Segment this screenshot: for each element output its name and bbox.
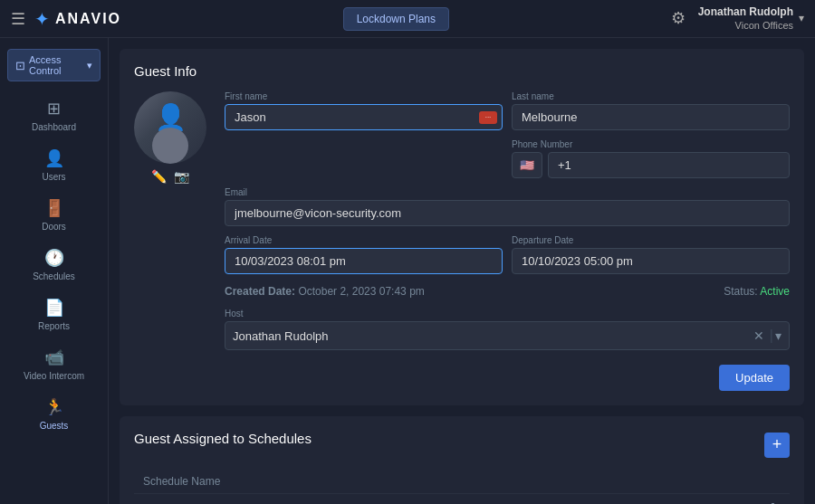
host-label: Host bbox=[225, 309, 790, 319]
email-input[interactable] bbox=[225, 200, 790, 226]
guest-info-layout: ✏️ 📷 First name ··· bbox=[134, 91, 790, 391]
created-date-value: October 2, 2023 07:43 pm bbox=[298, 285, 424, 298]
access-control-dropdown[interactable]: ⊡ Access Control ▾ bbox=[7, 49, 101, 81]
arrival-date-label: Arrival Date bbox=[225, 235, 503, 245]
arrival-date-group: Arrival Date bbox=[225, 235, 503, 274]
country-flag-select[interactable]: 🇺🇸 bbox=[512, 152, 542, 178]
avatar bbox=[134, 91, 206, 164]
sidebar-item-reports[interactable]: 📄 Reports bbox=[5, 290, 102, 338]
sidebar-item-label: Doors bbox=[42, 222, 66, 232]
phone-group: Phone Number 🇺🇸 bbox=[512, 139, 790, 178]
schedules-title: Guest Assigned to Schedules bbox=[134, 431, 312, 446]
phone-label: Phone Number bbox=[512, 139, 790, 149]
status-label: Status: bbox=[724, 285, 757, 298]
topbar: ☰ ✦ ANAVIO Lockdown Plans ⚙ Jonathan Rud… bbox=[0, 0, 815, 38]
guests-icon: 🏃 bbox=[44, 397, 64, 417]
doors-icon: 🚪 bbox=[44, 198, 64, 218]
avatar-camera-icon[interactable]: 📷 bbox=[174, 169, 189, 184]
guest-info-card: Guest Info ✏️ 📷 First name bbox=[120, 49, 804, 405]
last-name-label: Last name bbox=[512, 91, 790, 101]
flag-icon: 🇺🇸 bbox=[520, 158, 534, 172]
phone-input[interactable] bbox=[548, 152, 790, 178]
sidebar-item-dashboard[interactable]: ⊞ Dashboard bbox=[5, 91, 102, 139]
add-schedule-button[interactable]: + bbox=[764, 433, 790, 458]
table-row: Contractors 🗑 bbox=[134, 494, 790, 504]
sidebar-item-label: Dashboard bbox=[32, 122, 76, 132]
avatar-area: ✏️ 📷 bbox=[134, 91, 206, 184]
email-label: Email bbox=[225, 187, 790, 197]
lockdown-plans-button[interactable]: Lockdown Plans bbox=[343, 7, 449, 31]
reports-icon: 📄 bbox=[44, 298, 64, 318]
created-date-label: Created Date: bbox=[225, 285, 295, 298]
sidebar-item-label: Reports bbox=[38, 321, 70, 331]
user-name-text: Jonathan Rudolph bbox=[698, 5, 793, 18]
schedule-table-header: Schedule Name bbox=[134, 470, 790, 494]
access-control-chevron-icon: ▾ bbox=[87, 60, 92, 71]
sidebar-item-label: Schedules bbox=[33, 271, 75, 281]
schedules-header: Guest Assigned to Schedules + bbox=[134, 431, 790, 459]
gear-icon[interactable]: ⚙ bbox=[671, 8, 686, 28]
guest-info-title: Guest Info bbox=[134, 63, 790, 79]
host-group: Host Jonathan Rudolph ✕ | ▾ bbox=[225, 309, 790, 350]
first-name-input[interactable] bbox=[225, 104, 503, 130]
departure-date-label: Departure Date bbox=[512, 235, 790, 245]
schedules-card: Guest Assigned to Schedules + Schedule N… bbox=[120, 416, 804, 504]
video-intercom-icon: 📹 bbox=[44, 347, 64, 367]
access-control-icon: ⊡ bbox=[15, 59, 25, 72]
first-name-input-wrapper: ··· bbox=[225, 104, 503, 130]
user-menu-chevron-icon[interactable]: ▾ bbox=[799, 12, 804, 24]
last-name-group: Last name bbox=[512, 91, 790, 130]
input-error-badge: ··· bbox=[479, 111, 497, 124]
sidebar-item-label: Guests bbox=[40, 421, 69, 431]
arrival-date-input[interactable] bbox=[225, 248, 503, 274]
sidebar: ⊡ Access Control ▾ ⊞ Dashboard 👤 Users 🚪… bbox=[0, 38, 109, 504]
last-name-input[interactable] bbox=[512, 104, 790, 130]
departure-date-group: Departure Date bbox=[512, 235, 790, 274]
sidebar-item-label: Users bbox=[42, 172, 65, 182]
host-chevron-icon[interactable]: ▾ bbox=[775, 328, 781, 343]
user-info: Jonathan Rudolph Vicon Offices ▾ bbox=[698, 5, 804, 33]
sidebar-item-users[interactable]: 👤 Users bbox=[5, 141, 102, 189]
host-clear-icon[interactable]: ✕ bbox=[750, 328, 768, 343]
update-btn-row: Update bbox=[225, 365, 790, 391]
phone-input-wrapper: 🇺🇸 bbox=[512, 152, 790, 178]
user-org-text: Vicon Offices bbox=[698, 19, 793, 32]
logo: ✦ ANAVIO bbox=[34, 8, 121, 30]
users-icon: 👤 bbox=[44, 148, 64, 168]
logo-icon: ✦ bbox=[34, 8, 50, 30]
status-value: Active bbox=[760, 285, 790, 298]
sidebar-item-label: Video Intercom bbox=[24, 371, 84, 381]
first-name-label: First name bbox=[225, 91, 503, 101]
guest-form: First name ··· Last name bbox=[225, 91, 790, 391]
sidebar-item-video-intercom[interactable]: 📹 Video Intercom bbox=[5, 340, 102, 388]
main-layout: ⊡ Access Control ▾ ⊞ Dashboard 👤 Users 🚪… bbox=[0, 38, 815, 504]
created-date-row: Created Date: October 2, 2023 07:43 pm S… bbox=[225, 283, 790, 300]
sidebar-item-schedules[interactable]: 🕐 Schedules bbox=[5, 241, 102, 289]
host-value: Jonathan Rudolph bbox=[233, 329, 750, 343]
sidebar-item-doors[interactable]: 🚪 Doors bbox=[5, 191, 102, 239]
dashboard-icon: ⊞ bbox=[47, 99, 61, 119]
schedules-icon: 🕐 bbox=[44, 248, 64, 268]
update-button[interactable]: Update bbox=[719, 365, 790, 391]
avatar-edit-icons: ✏️ 📷 bbox=[134, 169, 206, 184]
email-group: Email bbox=[225, 187, 790, 226]
host-divider: | bbox=[768, 328, 775, 344]
sidebar-item-guests[interactable]: 🏃 Guests bbox=[5, 390, 102, 438]
host-select[interactable]: Jonathan Rudolph ✕ | ▾ bbox=[225, 321, 790, 350]
hamburger-icon[interactable]: ☰ bbox=[11, 9, 25, 29]
first-name-group: First name ··· bbox=[225, 91, 503, 130]
avatar-edit-icon[interactable]: ✏️ bbox=[151, 169, 167, 184]
access-control-label: Access Control bbox=[29, 54, 83, 76]
logo-text: ANAVIO bbox=[55, 11, 121, 27]
main-content: Guest Info ✏️ 📷 First name bbox=[109, 38, 815, 504]
departure-date-input[interactable] bbox=[512, 248, 790, 274]
